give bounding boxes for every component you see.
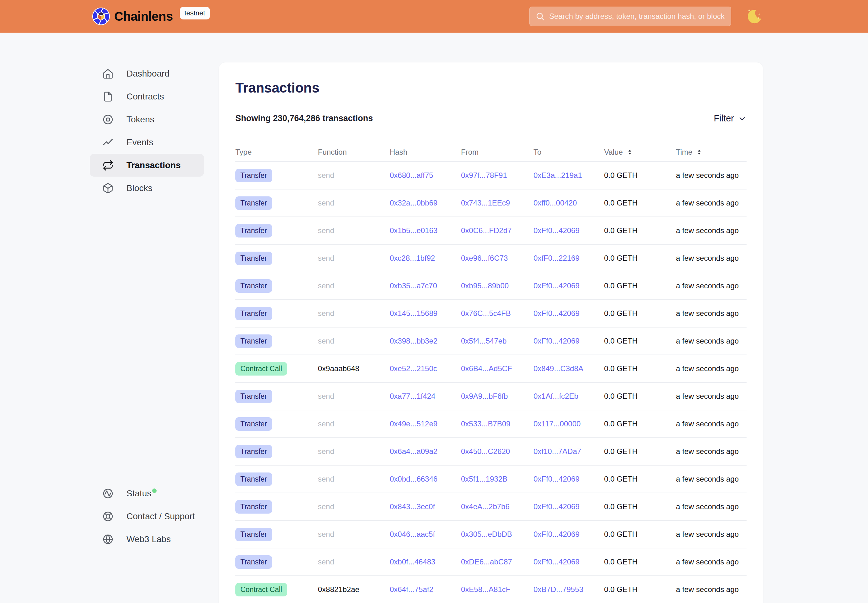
hash-link[interactable]: 0x64f...75af2 <box>390 585 433 594</box>
hash-link[interactable]: 0x49e...512e9 <box>390 419 438 428</box>
hash-cell: 0x64f...75af2 <box>390 585 461 594</box>
from-link[interactable]: 0x533...B7B09 <box>461 419 510 428</box>
from-link[interactable]: 0x5f1...1932B <box>461 475 507 483</box>
column-header-value[interactable]: Value <box>604 148 676 156</box>
sidebar-item-tokens[interactable]: Tokens <box>90 108 204 131</box>
to-link[interactable]: 0x1Af...fc2Eb <box>534 392 579 400</box>
status-online-dot <box>152 489 156 493</box>
sidebar-item-dashboard[interactable]: Dashboard <box>90 62 204 85</box>
from-cell: 0x97f...78F91 <box>461 171 534 180</box>
sidebar-item-contracts[interactable]: Contracts <box>90 85 204 108</box>
hash-link[interactable]: 0x1b5...e0163 <box>390 226 438 235</box>
from-link[interactable]: 0x5f4...547eb <box>461 337 506 345</box>
hash-cell: 0xc28...1bf92 <box>390 254 461 263</box>
filter-label: Filter <box>714 113 734 124</box>
sidebar-item-label: Blocks <box>127 183 152 193</box>
from-link[interactable]: 0x6B4...Ad5CF <box>461 364 512 373</box>
brand-group[interactable]: Chainlens testnet <box>92 8 210 25</box>
sidebar-item-transactions[interactable]: Transactions <box>90 154 204 177</box>
from-link[interactable]: 0xb95...89b00 <box>461 281 509 290</box>
from-link[interactable]: 0x9A9...bF6fb <box>461 392 508 400</box>
value-cell: 0.0 GETH <box>604 281 676 290</box>
to-link[interactable]: 0xFf0...42069 <box>534 502 580 511</box>
from-link[interactable]: 0x450...C2620 <box>461 447 510 456</box>
sidebar-item-status[interactable]: Status <box>90 482 209 505</box>
to-link[interactable]: 0xFf0...42069 <box>534 226 580 235</box>
sidebar-item-contact-support[interactable]: Contact / Support <box>90 505 209 528</box>
sidebar-item-events[interactable]: Events <box>90 131 204 154</box>
page-title: Transactions <box>235 80 747 96</box>
function-cell: send <box>318 447 390 456</box>
from-link[interactable]: 0x97f...78F91 <box>461 171 507 179</box>
sort-icon[interactable] <box>695 148 703 156</box>
search-box[interactable] <box>529 6 731 26</box>
to-cell: 0xB7D...79553 <box>534 585 604 594</box>
transaction-row: Transfer send 0xb0f...46483 0xDE6...abC8… <box>235 548 747 575</box>
dark-mode-toggle[interactable] <box>746 8 763 25</box>
hash-cell: 0xb35...a7c70 <box>390 281 461 290</box>
time-cell: a few seconds ago <box>676 171 747 180</box>
value-cell: 0.0 GETH <box>604 392 676 400</box>
from-link[interactable]: 0x76C...5c4FB <box>461 309 511 317</box>
table-meta-row: Showing 230,764,286 transactions Filter <box>235 113 747 124</box>
from-link[interactable]: 0xe96...f6C73 <box>461 254 508 262</box>
hash-link[interactable]: 0x046...aac5f <box>390 530 435 538</box>
type-badge: Transfer <box>235 555 272 569</box>
to-link[interactable]: 0xf10...7ADa7 <box>534 447 581 456</box>
transaction-row: Transfer send 0xb35...a7c70 0xb95...89b0… <box>235 272 747 299</box>
from-link[interactable]: 0x0C6...FD2d7 <box>461 226 512 235</box>
activity-icon <box>102 488 114 499</box>
hash-link[interactable]: 0xc28...1bf92 <box>390 254 435 262</box>
value-cell: 0.0 GETH <box>604 502 676 511</box>
transaction-row: Transfer send 0x843...3ec0f 0x4eA...2b7b… <box>235 493 747 520</box>
to-link[interactable]: 0x849...C3d8A <box>534 364 583 373</box>
hash-link[interactable]: 0xa77...1f424 <box>390 392 435 400</box>
hash-link[interactable]: 0xb0f...46483 <box>390 558 435 566</box>
hash-link[interactable]: 0x145...15689 <box>390 309 438 317</box>
from-link[interactable]: 0xDE6...abC87 <box>461 558 512 566</box>
to-link[interactable]: 0x117...00000 <box>534 419 580 428</box>
type-badge: Transfer <box>235 307 272 320</box>
to-link[interactable]: 0xFf0...42069 <box>534 309 580 317</box>
to-link[interactable]: 0xB7D...79553 <box>534 585 583 594</box>
column-header-time[interactable]: Time <box>676 148 747 156</box>
sidebar-item-blocks[interactable]: Blocks <box>90 177 204 199</box>
to-link[interactable]: 0xFf0...42069 <box>534 558 580 566</box>
from-link[interactable]: 0x4eA...2b7b6 <box>461 502 510 511</box>
transaction-row: Contract Call 0x8821b2ae 0x64f...75af2 0… <box>235 575 747 603</box>
from-link[interactable]: 0xE58...A81cF <box>461 585 510 594</box>
function-cell: send <box>318 419 390 428</box>
to-link[interactable]: 0xFf0...42069 <box>534 337 580 345</box>
to-link[interactable]: 0xFf0...42069 <box>534 281 580 290</box>
hash-link[interactable]: 0x32a...0bb69 <box>390 199 438 207</box>
type-badge: Transfer <box>235 528 272 541</box>
hash-link[interactable]: 0xb35...a7c70 <box>390 281 437 290</box>
hash-link[interactable]: 0x0bd...66346 <box>390 475 438 483</box>
sidebar-item-web3-labs[interactable]: Web3 Labs <box>90 528 209 550</box>
hash-cell: 0x398...bb3e2 <box>390 337 461 345</box>
hash-link[interactable]: 0x680...aff75 <box>390 171 433 179</box>
to-link[interactable]: 0xFf0...42069 <box>534 530 580 538</box>
filter-button[interactable]: Filter <box>714 113 747 124</box>
search-input[interactable] <box>549 12 725 21</box>
from-cell: 0x450...C2620 <box>461 447 534 456</box>
to-link[interactable]: 0xFf0...42069 <box>534 475 580 483</box>
to-cell: 0xFf0...42069 <box>534 309 604 318</box>
hash-link[interactable]: 0xe52...2150c <box>390 364 437 373</box>
sidebar-item-label: Dashboard <box>127 69 169 79</box>
transactions-table-body: Transfer send 0x680...aff75 0x97f...78F9… <box>235 161 747 603</box>
from-link[interactable]: 0x743...1EEc9 <box>461 199 510 207</box>
to-link[interactable]: 0xE3a...219a1 <box>534 171 582 179</box>
from-link[interactable]: 0x305...eDbDB <box>461 530 512 538</box>
hash-link[interactable]: 0x6a4...a09a2 <box>390 447 438 456</box>
function-cell: send <box>318 226 390 235</box>
hash-link[interactable]: 0x843...3ec0f <box>390 502 435 511</box>
sort-icon[interactable] <box>626 148 634 156</box>
time-cell: a few seconds ago <box>676 226 747 235</box>
transaction-row: Transfer send 0x680...aff75 0x97f...78F9… <box>235 161 747 189</box>
chainlens-logo-icon <box>92 8 110 25</box>
globe-icon <box>102 533 114 545</box>
to-link[interactable]: 0xfF0...22169 <box>534 254 580 262</box>
hash-link[interactable]: 0x398...bb3e2 <box>390 337 438 345</box>
to-link[interactable]: 0xff0...00420 <box>534 199 577 207</box>
